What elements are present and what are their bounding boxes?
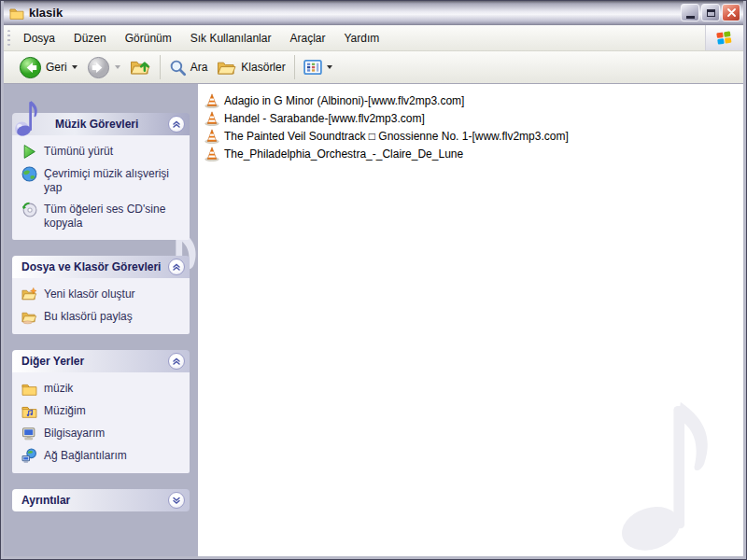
collapse-button[interactable] — [168, 259, 185, 275]
file-list: Adagio in G Minor (Albinoni)-[www.flv2mp… — [198, 84, 743, 556]
panel-title: Dosya ve Klasör Görevleri — [21, 260, 168, 273]
task-shop-music-online[interactable]: Çevrimiçi müzik alışverişi yap — [21, 167, 186, 195]
toolbar: Geri Ara Klasörle — [4, 51, 743, 84]
chevron-up-icon — [172, 119, 181, 129]
forward-dropdown-caret[interactable] — [115, 65, 120, 69]
maximize-button[interactable] — [701, 4, 720, 21]
file-name: Handel - Sarabande-[www.flv2mp3.com] — [224, 112, 425, 125]
file-row[interactable]: Handel - Sarabande-[www.flv2mp3.com] — [204, 109, 743, 127]
globe-icon — [21, 166, 37, 182]
panel-header-ayrintilar[interactable]: Ayrıntılar — [12, 489, 190, 511]
forward-icon — [87, 56, 110, 79]
link-my-computer[interactable]: Bilgisayarım — [21, 427, 186, 441]
folder-icon — [21, 381, 37, 397]
up-button[interactable] — [125, 56, 156, 78]
task-label: Bu klasörü paylaş — [44, 310, 133, 324]
link-my-music[interactable]: Müziğim — [21, 404, 186, 419]
vlc-cone-icon — [204, 147, 219, 161]
link-label: Bilgisayarım — [44, 427, 105, 441]
views-button[interactable] — [299, 56, 337, 78]
title-bar[interactable]: klasik — [4, 1, 743, 25]
music-note-watermark-large — [596, 390, 738, 556]
search-button[interactable]: Ara — [164, 57, 213, 78]
folders-button[interactable]: Klasörler — [212, 57, 289, 78]
task-label: Tümünü yürüt — [44, 145, 113, 159]
vlc-cone-icon — [204, 129, 219, 144]
views-icon — [303, 58, 322, 77]
task-label: Yeni klasör oluştur — [44, 287, 135, 301]
task-label: Çevrimiçi müzik alışverişi yap — [44, 167, 186, 195]
window-title: klasik — [29, 6, 676, 20]
play-icon — [21, 144, 37, 160]
folders-icon — [217, 59, 237, 77]
menu-gorunum[interactable]: Görünüm — [116, 25, 181, 50]
share-folder-icon — [21, 309, 37, 325]
folders-label: Klasörler — [241, 61, 285, 74]
back-dropdown-caret[interactable] — [72, 65, 78, 69]
new-folder-icon — [21, 287, 37, 302]
network-icon — [21, 448, 37, 464]
link-label: müzik — [44, 382, 73, 396]
panel-title: Diğer Yerler — [21, 355, 168, 368]
file-name: The_Philadelphia_Orchestra_-_Claire_De_L… — [224, 147, 463, 161]
collapse-button[interactable] — [168, 353, 185, 370]
window-folder-icon — [9, 6, 24, 21]
windows-logo-icon — [716, 30, 733, 47]
menu-duzen[interactable]: Düzen — [64, 25, 116, 50]
maximize-icon — [707, 9, 715, 17]
minimize-button[interactable] — [681, 4, 699, 21]
cd-copy-icon — [21, 202, 37, 217]
content-area: Müzik Görevleri Tümünü yürüt — [4, 84, 743, 556]
expand-button[interactable] — [168, 492, 185, 509]
menu-sik-kullanilanlar[interactable]: Sık Kullanılanlar — [181, 25, 281, 50]
folder-up-icon — [130, 58, 151, 77]
task-new-folder[interactable]: Yeni klasör oluştur — [21, 287, 186, 302]
minimize-icon — [686, 16, 695, 19]
panel-header-diger-yerler[interactable]: Diğer Yerler — [12, 350, 190, 372]
chevron-up-icon — [172, 262, 181, 272]
search-label: Ara — [190, 61, 208, 74]
my-computer-icon — [21, 426, 37, 441]
task-share-folder[interactable]: Bu klasörü paylaş — [21, 310, 186, 325]
back-label: Geri — [46, 61, 67, 74]
link-muzik-folder[interactable]: müzik — [21, 382, 186, 397]
views-dropdown-caret[interactable] — [327, 65, 332, 69]
menubar-grip[interactable] — [7, 30, 10, 46]
toolbar-separator — [160, 55, 161, 79]
file-row[interactable]: The Painted Veil Soundtrack □ Gnossienne… — [204, 127, 743, 145]
panel-diger-yerler: Diğer Yerler müzik — [12, 350, 190, 473]
panel-title: Ayrıntılar — [21, 494, 168, 507]
file-name: The Painted Veil Soundtrack □ Gnossienne… — [224, 130, 569, 143]
task-copy-to-audio-cd[interactable]: Tüm öğeleri ses CD'sine kopyala — [21, 203, 186, 231]
menu-araclar[interactable]: Araçlar — [280, 25, 334, 50]
close-button[interactable] — [722, 4, 740, 21]
search-icon — [169, 59, 187, 77]
menu-yardim[interactable]: Yardım — [334, 25, 388, 50]
panel-header-dosya-klasor[interactable]: Dosya ve Klasör Görevleri — [12, 256, 190, 278]
link-label: Müziğim — [44, 404, 86, 418]
panel-muzik-gorevleri: Müzik Görevleri Tümünü yürüt — [12, 113, 190, 240]
back-icon — [19, 56, 42, 79]
chevron-up-icon — [172, 357, 181, 366]
file-row[interactable]: Adagio in G Minor (Albinoni)-[www.flv2mp… — [204, 91, 743, 109]
vlc-cone-icon — [204, 111, 219, 126]
file-name: Adagio in G Minor (Albinoni)-[www.flv2mp… — [224, 94, 464, 107]
close-icon — [727, 8, 736, 17]
task-play-all[interactable]: Tümünü yürüt — [21, 145, 186, 160]
music-note-icon — [8, 98, 51, 139]
task-pane-sidebar: Müzik Görevleri Tümünü yürüt — [4, 84, 198, 556]
menu-dosya[interactable]: Dosya — [14, 25, 64, 50]
forward-button[interactable] — [82, 54, 125, 81]
panel-ayrintilar: Ayrıntılar — [12, 489, 190, 511]
panel-dosya-klasor-gorevleri: Dosya ve Klasör Görevleri Yeni klasör ol… — [12, 256, 190, 334]
vlc-cone-icon — [204, 93, 219, 108]
link-my-network-places[interactable]: Ağ Bağlantılarım — [21, 449, 186, 464]
toolbar-separator — [294, 55, 295, 79]
file-row[interactable]: The_Philadelphia_Orchestra_-_Claire_De_L… — [204, 145, 743, 162]
task-label: Tüm öğeleri ses CD'sine kopyala — [44, 203, 186, 231]
collapse-button[interactable] — [168, 116, 185, 133]
explorer-window: klasik Dosya Düzen Görünüm Sık Kullanıla… — [0, 0, 747, 560]
chevron-down-icon — [172, 496, 181, 505]
back-button[interactable]: Geri — [14, 54, 82, 81]
link-label: Ağ Bağlantılarım — [44, 449, 127, 463]
